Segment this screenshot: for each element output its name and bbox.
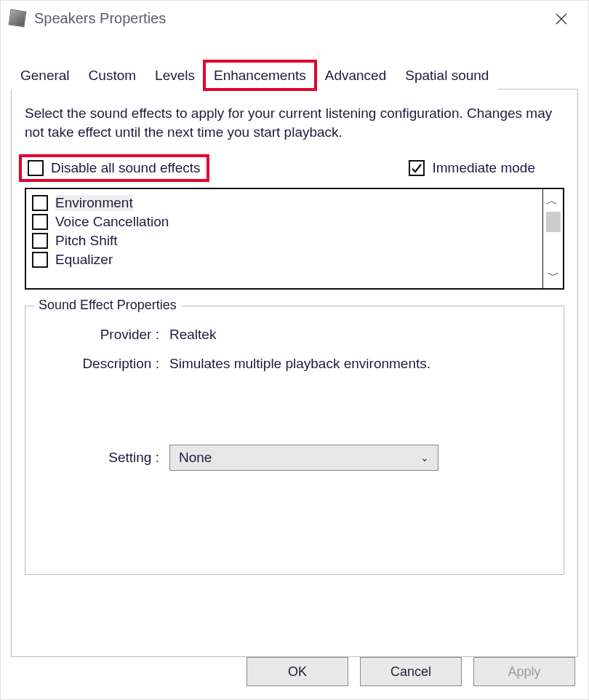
provider-label: Provider : — [39, 327, 169, 343]
chevron-down-icon[interactable]: ﹀ — [548, 269, 559, 284]
checkbox-box-icon — [32, 214, 48, 230]
disable-all-sound-effects-checkbox[interactable]: Disable all sound effects — [25, 160, 204, 176]
immediate-mode-checkbox[interactable]: Immediate mode — [409, 160, 535, 176]
chevron-down-icon: ⌄ — [420, 452, 429, 464]
checkbox-box-icon — [28, 160, 44, 176]
instructions-text: Select the sound effects to apply for yo… — [25, 104, 564, 141]
provider-row: Provider : Realtek — [39, 327, 550, 343]
scrollbar-thumb[interactable] — [546, 212, 561, 232]
chevron-up-icon: ︿ — [546, 194, 558, 207]
checkbox-box-icon — [32, 252, 48, 268]
close-icon — [556, 13, 567, 25]
sound-effect-properties-group: Sound Effect Properties Provider : Realt… — [25, 306, 564, 575]
setting-label: Setting : — [39, 450, 169, 466]
tab-levels[interactable]: Levels — [145, 61, 204, 90]
tab-spatial-sound[interactable]: Spatial sound — [396, 61, 498, 90]
properties-window: Speakers Properties General Custom Level… — [0, 0, 589, 700]
checkbox-box-icon — [32, 195, 48, 211]
groupbox-legend: Sound Effect Properties — [34, 298, 181, 313]
checkmark-icon — [411, 162, 422, 174]
checkbox-box-icon — [32, 233, 48, 249]
effect-label: Voice Cancellation — [55, 214, 169, 230]
titlebar: Speakers Properties — [1, 1, 588, 36]
effect-label: Pitch Shift — [55, 233, 118, 249]
tab-advanced[interactable]: Advanced — [316, 61, 396, 90]
disable-all-label: Disable all sound effects — [51, 160, 201, 176]
ok-button[interactable]: OK — [247, 657, 348, 686]
listbox-scrollbar[interactable]: ︿ ﹀ — [542, 189, 563, 288]
tab-general[interactable]: General — [11, 61, 79, 90]
checkbox-box-icon — [409, 160, 425, 176]
scroll-up-button[interactable]: ︿ — [546, 194, 561, 232]
setting-value: None — [179, 450, 212, 466]
effect-label: Equalizer — [55, 252, 113, 268]
effect-label: Environment — [55, 195, 133, 211]
provider-value: Realtek — [169, 327, 550, 343]
tab-custom[interactable]: Custom — [79, 61, 145, 90]
description-value: Simulates multiple playback environments… — [169, 356, 550, 372]
setting-row: Setting : None ⌄ — [39, 445, 550, 471]
setting-dropdown[interactable]: None ⌄ — [169, 445, 438, 471]
description-label: Description : — [39, 356, 169, 372]
effect-item-voice-cancellation[interactable]: Voice Cancellation — [32, 212, 537, 231]
tab-panel-enhancements: Select the sound effects to apply for yo… — [11, 90, 578, 657]
effects-listbox[interactable]: Environment Voice Cancellation Pitch Shi… — [25, 188, 564, 290]
cancel-button[interactable]: Cancel — [360, 657, 462, 686]
tab-strip: General Custom Levels Enhancements Advan… — [11, 56, 578, 90]
top-checkbox-row: Disable all sound effects Immediate mode — [25, 160, 564, 176]
immediate-mode-label: Immediate mode — [432, 160, 535, 176]
effects-list-inner: Environment Voice Cancellation Pitch Shi… — [26, 189, 542, 288]
window-title: Speakers Properties — [34, 10, 166, 27]
tab-enhancements[interactable]: Enhancements — [204, 61, 316, 90]
close-button[interactable] — [546, 8, 577, 30]
effect-item-environment[interactable]: Environment — [32, 194, 537, 212]
description-row: Description : Simulates multiple playbac… — [39, 356, 550, 372]
dialog-button-row: OK Cancel Apply — [1, 644, 588, 686]
speaker-icon — [9, 9, 27, 28]
effect-item-pitch-shift[interactable]: Pitch Shift — [32, 231, 537, 250]
effect-item-equalizer[interactable]: Equalizer — [32, 250, 537, 269]
apply-button[interactable]: Apply — [473, 657, 575, 686]
